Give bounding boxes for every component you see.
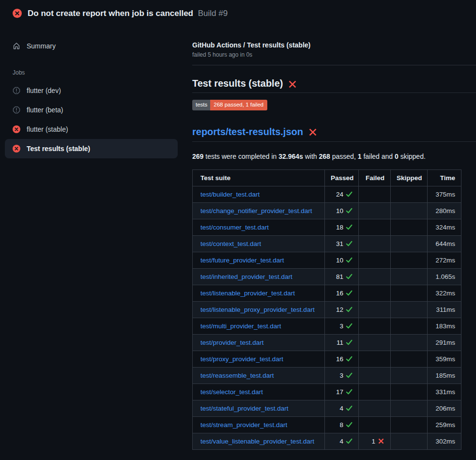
test-suite-link[interactable]: test/context_test.dart xyxy=(200,240,261,247)
check-icon xyxy=(346,290,353,296)
report-link[interactable]: reports/test-results.json xyxy=(192,126,303,138)
check-icon xyxy=(346,306,353,313)
test-suite-link[interactable]: test/change_notifier_provider_test.dart xyxy=(200,207,312,215)
test-results-table: Test suitePassedFailedSkippedTime test/b… xyxy=(192,169,461,450)
failed-cell xyxy=(359,351,391,367)
sidebar-item-label: flutter (dev) xyxy=(27,87,61,94)
passed-cell: 24 xyxy=(325,186,359,202)
test-suite-cell: test/builder_test.dart xyxy=(193,186,325,202)
table-row: test/selector_test.dart17331ms xyxy=(193,383,461,400)
failed-cell xyxy=(359,219,391,235)
test-suite-link[interactable]: test/builder_test.dart xyxy=(200,191,260,198)
sidebar-item-summary[interactable]: Summary xyxy=(5,36,178,56)
time-cell: 375ms xyxy=(428,186,461,202)
test-suite-cell: test/stateful_provider_test.dart xyxy=(193,400,325,416)
failed-cell xyxy=(359,383,391,400)
page: { "header": { "title": "Do not create re… xyxy=(0,0,476,460)
passed-cell: 4 xyxy=(325,433,359,449)
tests-badge: tests 268 passed, 1 failed xyxy=(192,100,267,110)
run-title-row: Do not create report when job is cancell… xyxy=(28,8,228,18)
test-suite-cell: test/consumer_test.dart xyxy=(193,219,325,235)
time-cell: 302ms xyxy=(428,433,461,449)
table-row: test/listenable_proxy_provider_test.dart… xyxy=(193,301,461,318)
test-suite-link[interactable]: test/future_provider_test.dart xyxy=(200,257,284,264)
skipped-cell xyxy=(391,433,428,449)
test-suite-cell: test/multi_provider_test.dart xyxy=(193,318,325,334)
failed-cell xyxy=(359,318,391,334)
check-icon xyxy=(346,405,353,412)
check-icon xyxy=(346,207,353,214)
sidebar-item-label: flutter (beta) xyxy=(27,106,63,114)
test-suite-link[interactable]: test/consumer_test.dart xyxy=(200,224,269,231)
test-suite-link[interactable]: test/stateful_provider_test.dart xyxy=(200,405,289,412)
sidebar-item-flutter-beta[interactable]: flutter (beta) xyxy=(5,100,178,120)
test-suite-cell: test/provider_test.dart xyxy=(193,334,325,351)
summary-segment: tests were completed in xyxy=(203,153,278,160)
failed-cell xyxy=(359,416,391,433)
check-icon xyxy=(346,438,353,445)
report-heading: reports/test-results.json xyxy=(192,126,476,142)
section-divider xyxy=(192,65,476,65)
main-content: GitHub Actions / Test results (stable) f… xyxy=(192,24,476,450)
passed-cell: 8 xyxy=(325,416,359,433)
failed-x-icon xyxy=(288,80,297,89)
test-suite-cell: test/stream_provider_test.dart xyxy=(193,416,325,433)
run-status-line: failed 5 hours ago in 0s xyxy=(192,51,476,58)
failed-cell xyxy=(359,252,391,268)
passed-cell: 3 xyxy=(325,318,359,334)
test-suite-link[interactable]: test/inherited_provider_test.dart xyxy=(200,273,292,280)
badge-label: tests xyxy=(192,100,210,110)
skipped-cell xyxy=(391,416,428,433)
test-suite-link[interactable]: test/listenable_provider_test.dart xyxy=(200,290,295,297)
test-suite-cell: test/listenable_provider_test.dart xyxy=(193,285,325,301)
passed-cell: 12 xyxy=(325,301,359,318)
time-cell: 311ms xyxy=(428,301,461,318)
test-suite-link[interactable]: test/proxy_provider_test.dart xyxy=(200,355,283,363)
test-suite-link[interactable]: test/value_listenable_provider_test.dart xyxy=(200,438,314,445)
passed-cell: 10 xyxy=(325,252,359,268)
table-row: test/proxy_provider_test.dart16359ms xyxy=(193,351,461,367)
summary-segment: 0 xyxy=(395,153,399,160)
failed-cell xyxy=(359,235,391,252)
table-row: test/stream_provider_test.dart8259ms xyxy=(193,416,461,433)
breadcrumb: GitHub Actions / Test results (stable) xyxy=(192,41,476,49)
layout: Summary Jobs flutter (dev)flutter (beta)… xyxy=(0,24,476,450)
stop-icon xyxy=(13,106,20,114)
skipped-cell xyxy=(391,285,428,301)
sidebar-item-test-results-stable[interactable]: Test results (stable) xyxy=(5,139,178,158)
time-cell: 324ms xyxy=(428,219,461,235)
summary-segment: 268 xyxy=(319,153,330,160)
test-suite-link[interactable]: test/selector_test.dart xyxy=(200,388,263,396)
test-suite-link[interactable]: test/reassemble_test.dart xyxy=(200,372,274,379)
failed-cell xyxy=(359,367,391,383)
test-suite-link[interactable]: test/listenable_proxy_provider_test.dart xyxy=(200,306,315,313)
test-suite-cell: test/value_listenable_provider_test.dart xyxy=(193,433,325,449)
time-cell: 1.065s xyxy=(428,268,461,285)
table-header-row: Test suitePassedFailedSkippedTime xyxy=(193,169,461,186)
time-cell: 644ms xyxy=(428,235,461,252)
sidebar-item-flutter-stable[interactable]: flutter (stable) xyxy=(5,120,178,139)
sidebar-jobs-list: flutter (dev)flutter (beta)flutter (stab… xyxy=(13,81,178,158)
test-suite-link[interactable]: test/stream_provider_test.dart xyxy=(200,421,287,429)
test-suite-link[interactable]: test/provider_test.dart xyxy=(200,339,264,346)
section-heading: Test results (stable) xyxy=(192,78,476,93)
skipped-cell xyxy=(391,367,428,383)
passed-cell: 16 xyxy=(325,351,359,367)
check-icon xyxy=(346,339,353,346)
build-number: Build #9 xyxy=(198,9,228,18)
time-cell: 183ms xyxy=(428,318,461,334)
sidebar-item-flutter-dev[interactable]: flutter (dev) xyxy=(5,81,178,100)
time-cell: 185ms xyxy=(428,367,461,383)
column-header-skipped: Skipped xyxy=(391,169,428,186)
skipped-cell xyxy=(391,351,428,367)
check-icon xyxy=(346,191,353,198)
skipped-cell xyxy=(391,268,428,285)
passed-cell: 17 xyxy=(325,383,359,400)
check-icon xyxy=(346,240,353,247)
failed-cell xyxy=(359,334,391,351)
sidebar-item-label: flutter (stable) xyxy=(27,125,68,133)
skipped-cell xyxy=(391,318,428,334)
test-suite-link[interactable]: test/multi_provider_test.dart xyxy=(200,322,281,330)
skipped-cell xyxy=(391,383,428,400)
run-header: Do not create report when job is cancell… xyxy=(0,0,476,24)
